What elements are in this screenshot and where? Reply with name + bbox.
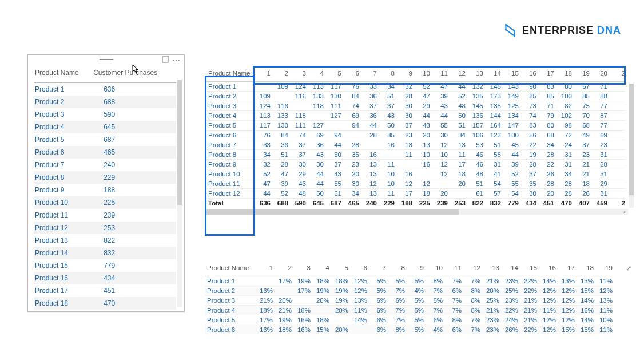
table-row[interactable]: Product 16434 (34, 272, 176, 284)
horizontal-scrollbar[interactable]: ‹ › (205, 209, 628, 215)
table-row[interactable]: Product 51171301111279444503743555115716… (205, 121, 625, 131)
table-row[interactable]: Product 3590 (34, 108, 176, 121)
column-header[interactable]: 1 (254, 263, 273, 276)
column-header[interactable]: 8 (377, 68, 395, 82)
table-row[interactable]: Product 12445248505134131117182061575430… (205, 189, 625, 199)
table-row[interactable]: Product 418%21%18%20%11%6%7%5%7%7%8%21%2… (205, 306, 613, 315)
table-row[interactable]: Product 4645 (34, 121, 176, 133)
col-product-name[interactable]: Product Name (34, 65, 92, 83)
column-header[interactable]: 4 (311, 263, 329, 276)
table-row[interactable]: Product 1636 (34, 83, 176, 96)
column-header[interactable]: 7 (359, 68, 377, 82)
expand-icon[interactable]: ⤢ (626, 264, 631, 272)
column-header[interactable]: 1 (253, 68, 271, 82)
more-options-icon[interactable]: ··· (172, 56, 181, 63)
column-header[interactable]: 3 (292, 263, 311, 276)
column-header[interactable]: 6 (341, 68, 359, 82)
table-row[interactable]: Product 7240 (34, 159, 176, 171)
table-row[interactable]: Product 31241161181117437373029434814513… (205, 101, 625, 111)
column-header[interactable]: 16 (537, 263, 556, 276)
customer-purchases-visual[interactable]: ··· Product Name Customer Purchases Prod… (27, 54, 185, 312)
column-header[interactable]: 2 (271, 68, 288, 82)
scroll-right-icon[interactable]: › (623, 208, 626, 216)
table-row[interactable]: Product 9188 (34, 184, 176, 196)
column-header[interactable]: 4 (306, 68, 324, 82)
column-header[interactable]: 2 (607, 68, 625, 82)
table-row[interactable]: Product 14832 (34, 247, 176, 259)
row-header-label[interactable]: Product Name (205, 263, 254, 276)
table-row[interactable]: Product 11091241131177633343252474413214… (205, 82, 625, 92)
column-header[interactable]: 9 (405, 263, 424, 276)
column-header[interactable]: 17 (536, 68, 554, 82)
column-header[interactable]: 15 (501, 68, 519, 82)
row-header-label[interactable]: Product Name (205, 68, 253, 82)
table-row[interactable]: Product 10225 (34, 196, 176, 209)
column-header[interactable]: 5 (329, 263, 348, 276)
table-row[interactable]: Product 73336373644281613131213535145223… (205, 140, 625, 150)
scrollbar-thumb[interactable] (205, 209, 459, 215)
column-header[interactable]: 7 (367, 263, 386, 276)
column-header[interactable]: 11 (443, 263, 462, 276)
column-header[interactable]: 9 (395, 68, 412, 82)
column-header[interactable]: 13 (466, 68, 483, 82)
table-row[interactable]: Product 93228303037231311161217463139282… (205, 160, 625, 169)
column-header[interactable]: 13 (480, 263, 499, 276)
table-row[interactable]: Product 321%20%20%19%13%6%6%5%5%7%8%25%2… (205, 296, 613, 306)
column-header[interactable]: 12 (448, 68, 466, 82)
column-header[interactable]: 11 (430, 68, 448, 82)
cross-product-matrix[interactable]: Product Name1234567891011121314151617181… (205, 68, 628, 215)
column-header[interactable]: 10 (424, 263, 443, 276)
table-row[interactable]: Product 41131331181276936433044445013614… (205, 111, 625, 121)
column-header[interactable]: 16 (519, 68, 536, 82)
column-header[interactable]: 5 (324, 68, 341, 82)
table-row[interactable]: Product 67684746994283523203034106123100… (205, 131, 625, 140)
table-row[interactable]: Product 15779 (34, 259, 176, 272)
table-row[interactable]: Product 83451374350351611101011465844192… (205, 150, 625, 160)
vertical-scrollbar[interactable] (177, 80, 182, 307)
scrollbar-thumb[interactable] (629, 84, 634, 195)
value-cell: 135 (466, 92, 483, 101)
table-row[interactable]: Product 21091161331308436512847395213517… (205, 92, 625, 101)
table-row[interactable]: Product 11239 (34, 209, 176, 222)
column-header[interactable]: 18 (554, 68, 572, 82)
table-row[interactable]: Product 6465 (34, 146, 176, 159)
percent-matrix[interactable]: ⤢ Product Name12345678910111213141516171… (205, 263, 628, 334)
focus-mode-icon[interactable] (162, 56, 169, 63)
column-header[interactable]: 3 (288, 68, 306, 82)
column-header[interactable]: 19 (572, 68, 590, 82)
table-row[interactable]: Product 12253 (34, 222, 176, 234)
column-header[interactable]: 14 (499, 263, 518, 276)
column-header[interactable]: 18 (575, 263, 594, 276)
column-header[interactable]: 2 (273, 263, 292, 276)
table-row[interactable]: Product 13822 (34, 234, 176, 247)
column-header[interactable]: 6 (348, 263, 367, 276)
column-header[interactable]: 19 (594, 263, 613, 276)
table-row[interactable]: Product 19407 (34, 310, 176, 311)
table-row[interactable]: Product 8229 (34, 171, 176, 184)
visual-drag-handle[interactable]: ··· (28, 55, 184, 63)
table-row[interactable]: Product 18470 (34, 297, 176, 310)
column-header[interactable]: 10 (412, 68, 430, 82)
scrollbar-thumb[interactable] (177, 80, 182, 205)
table-row[interactable]: Product 17451 (34, 284, 176, 297)
column-header[interactable]: 14 (483, 68, 501, 82)
table-row[interactable]: Product 2688 (34, 96, 176, 108)
column-header[interactable]: 15 (518, 263, 537, 276)
column-header[interactable]: 20 (590, 68, 607, 82)
table-row[interactable]: Product 117%19%18%18%12%5%5%5%8%7%7%21%2… (205, 276, 613, 286)
value-cell: 44 (430, 111, 448, 121)
value-cell: 18 (412, 189, 430, 199)
customer-purchases-table[interactable]: Product Name Customer Purchases Product … (34, 65, 176, 311)
column-header[interactable]: 12 (462, 263, 480, 276)
table-row[interactable]: Product 616%18%16%15%20%6%8%5%4%6%7%23%2… (205, 325, 613, 335)
table-row[interactable]: Product 11473943445530121012122051545535… (205, 179, 625, 189)
vertical-scrollbar[interactable] (629, 84, 634, 208)
table-row[interactable]: Product 517%19%16%18%14%6%7%5%6%8%7%23%2… (205, 315, 613, 325)
column-header[interactable]: 17 (556, 263, 575, 276)
table-row[interactable]: Product 216%17%19%19%12%5%7%4%7%6%8%20%2… (205, 286, 613, 296)
table-row[interactable]: Product 10524729444320131016121848415237… (205, 169, 625, 179)
column-header[interactable]: 8 (386, 263, 405, 276)
value-cell: 7% (462, 315, 480, 325)
table-row[interactable]: Product 5687 (34, 133, 176, 146)
value-cell: 19% (273, 315, 292, 325)
